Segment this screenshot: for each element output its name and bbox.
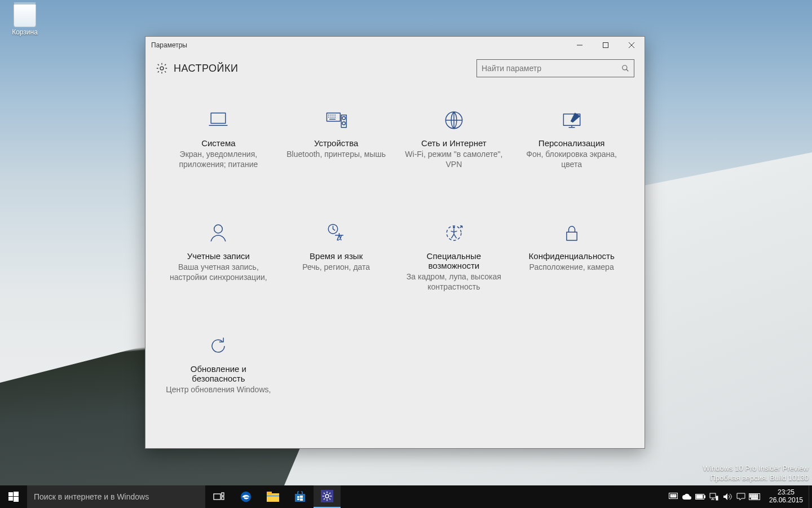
task-view-button[interactable] bbox=[205, 485, 232, 508]
svg-rect-44 bbox=[673, 494, 674, 496]
tray-keyboard-icon[interactable] bbox=[748, 485, 761, 508]
svg-rect-29 bbox=[222, 493, 224, 496]
svg-rect-39 bbox=[300, 498, 303, 501]
tray-input-indicator-icon[interactable] bbox=[667, 485, 680, 508]
window-title: Параметры bbox=[145, 41, 187, 49]
taskbar-search[interactable]: Поиск в интернете и в Windows bbox=[27, 485, 205, 508]
categories-grid: Система Экран, уведомления, приложения; … bbox=[145, 82, 645, 448]
category-privacy[interactable]: Конфиденциальность Расположение, камера bbox=[515, 217, 628, 325]
svg-rect-58 bbox=[750, 496, 751, 497]
svg-rect-28 bbox=[214, 494, 220, 500]
tray-onedrive-icon[interactable] bbox=[680, 485, 694, 508]
svg-rect-3 bbox=[211, 113, 226, 123]
svg-rect-54 bbox=[752, 494, 753, 496]
category-title: Специальные возможности bbox=[401, 251, 507, 270]
category-devices[interactable]: Устройства Bluetooth, принтеры, мышь bbox=[280, 104, 392, 212]
svg-rect-36 bbox=[297, 496, 299, 498]
search-input[interactable] bbox=[482, 64, 621, 73]
category-description: Расположение, камера bbox=[519, 262, 624, 272]
category-update-security[interactable]: Обновление и безопасность Центр обновлен… bbox=[162, 330, 275, 437]
taskbar-clock[interactable]: 23:25 26.06.2015 bbox=[764, 485, 809, 508]
svg-rect-34 bbox=[267, 495, 279, 497]
window-titlebar[interactable]: Параметры bbox=[145, 37, 645, 54]
category-time-language[interactable]: Время и язык Речь, регион, дата bbox=[280, 217, 392, 325]
minimize-button[interactable] bbox=[567, 37, 593, 54]
category-description: Bluetooth, принтеры, мышь bbox=[284, 149, 389, 159]
taskbar-app-edge[interactable] bbox=[232, 485, 259, 508]
clock-date: 26.06.2015 bbox=[769, 497, 803, 505]
desktop-icon-recycle-bin[interactable]: Корзина bbox=[5, 2, 45, 36]
watermark-line2: Пробная версия. Build 10130 bbox=[703, 474, 809, 483]
page-title: НАСТРОЙКИ bbox=[174, 63, 238, 75]
time-language-icon bbox=[284, 217, 389, 249]
svg-rect-62 bbox=[757, 496, 758, 497]
system-tray bbox=[667, 485, 764, 508]
svg-rect-27 bbox=[14, 497, 19, 502]
update-icon bbox=[166, 330, 271, 362]
watermark-line1: Windows 10 Pro Insider Preview bbox=[703, 464, 809, 474]
svg-rect-56 bbox=[755, 494, 756, 496]
category-description: Wi-Fi, режим "в самолете", VPN bbox=[401, 149, 507, 169]
svg-rect-38 bbox=[297, 498, 299, 500]
close-button[interactable] bbox=[619, 37, 645, 54]
settings-window: Параметры НАСТРОЙКИ Система bbox=[145, 36, 645, 449]
category-title: Сеть и Интернет bbox=[401, 138, 507, 148]
svg-rect-60 bbox=[753, 496, 754, 497]
maximize-button[interactable] bbox=[593, 37, 619, 54]
svg-rect-48 bbox=[704, 496, 705, 498]
svg-rect-46 bbox=[670, 496, 676, 497]
svg-rect-33 bbox=[267, 492, 272, 494]
category-network[interactable]: Сеть и Интернет Wi-Fi, режим "в самолете… bbox=[398, 104, 510, 212]
svg-rect-49 bbox=[696, 495, 703, 498]
svg-point-1 bbox=[160, 67, 164, 70]
taskbar-app-settings[interactable] bbox=[314, 485, 341, 508]
devices-icon bbox=[284, 104, 389, 136]
category-title: Персонализация bbox=[519, 138, 624, 148]
category-title: Устройства bbox=[284, 138, 389, 148]
svg-point-31 bbox=[241, 492, 251, 502]
svg-rect-57 bbox=[757, 494, 758, 496]
laptop-icon bbox=[166, 104, 271, 136]
tray-battery-icon[interactable] bbox=[694, 485, 707, 508]
tray-volume-icon[interactable] bbox=[721, 485, 734, 508]
svg-rect-32 bbox=[267, 493, 279, 502]
svg-rect-53 bbox=[750, 494, 751, 496]
svg-rect-23 bbox=[566, 232, 576, 240]
svg-point-15 bbox=[342, 117, 346, 120]
svg-rect-63 bbox=[751, 498, 758, 499]
svg-rect-45 bbox=[675, 494, 676, 496]
search-icon bbox=[621, 64, 629, 72]
category-title: Обновление и безопасность bbox=[166, 364, 271, 383]
taskbar-app-explorer[interactable] bbox=[259, 485, 286, 508]
globe-icon bbox=[401, 104, 507, 136]
start-button[interactable] bbox=[0, 485, 27, 508]
personalization-icon bbox=[519, 104, 624, 136]
category-ease-of-access[interactable]: Специальные возможности За кадром, лупа,… bbox=[398, 217, 510, 325]
tray-network-icon[interactable] bbox=[707, 485, 721, 508]
svg-rect-26 bbox=[8, 497, 13, 501]
svg-point-16 bbox=[342, 122, 346, 125]
clock-time: 23:25 bbox=[778, 489, 795, 497]
category-description: Ваша учетная запись, настройки синхрониз… bbox=[166, 262, 271, 282]
category-title: Конфиденциальность bbox=[519, 251, 624, 261]
svg-rect-50 bbox=[710, 493, 716, 498]
show-desktop-button[interactable] bbox=[809, 485, 812, 508]
category-accounts[interactable]: Учетные записи Ваша учетная запись, наст… bbox=[162, 217, 275, 325]
taskbar: Поиск в интернете и в Windows 23:25 26.0… bbox=[0, 485, 812, 508]
search-box[interactable] bbox=[476, 59, 634, 77]
tray-action-center-icon[interactable] bbox=[734, 485, 748, 508]
lock-icon bbox=[519, 217, 624, 249]
category-title: Учетные записи bbox=[166, 251, 271, 261]
recycle-bin-label: Корзина bbox=[5, 28, 45, 36]
recycle-bin-icon bbox=[14, 2, 36, 27]
svg-rect-0 bbox=[603, 43, 608, 48]
category-description: Речь, регион, дата bbox=[284, 262, 389, 272]
category-description: Центр обновления Windows, bbox=[166, 384, 271, 395]
category-personalization[interactable]: Персонализация Фон, блокировка экрана, ц… bbox=[515, 104, 628, 212]
category-system[interactable]: Система Экран, уведомления, приложения; … bbox=[162, 104, 275, 212]
svg-point-2 bbox=[623, 65, 627, 70]
taskbar-search-placeholder: Поиск в интернете и в Windows bbox=[34, 492, 149, 501]
taskbar-app-store[interactable] bbox=[286, 485, 314, 508]
svg-rect-55 bbox=[753, 494, 754, 496]
windows-watermark: Windows 10 Pro Insider Preview Пробная в… bbox=[703, 464, 809, 483]
